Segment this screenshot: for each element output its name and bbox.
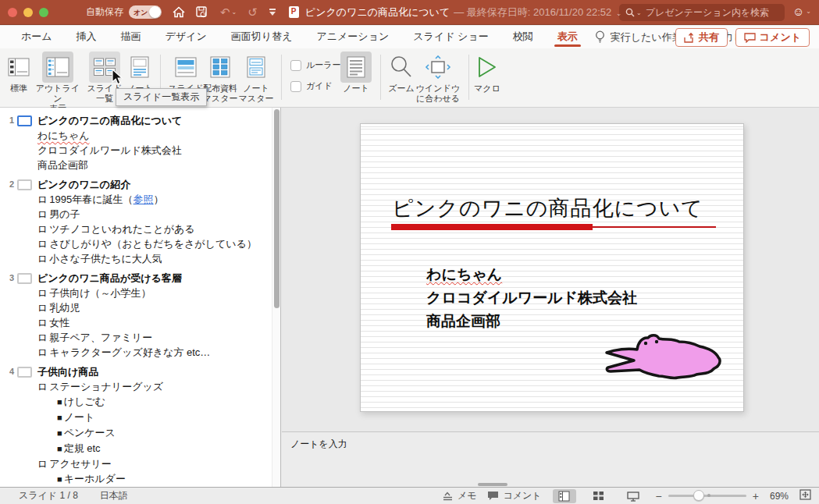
outline-item[interactable]: ロアクセサリー (5, 456, 269, 471)
outline-item[interactable]: ロステーショナリーグッズ (5, 379, 269, 394)
outline-item[interactable]: ロ乳幼児 (5, 300, 269, 315)
outline-slide-title-row[interactable]: 3ピンクのワニ商品が受ける客層 (5, 271, 269, 286)
autosave-toggle[interactable]: オン (129, 5, 162, 19)
close-window-button[interactable] (8, 8, 17, 17)
outline-item[interactable]: ■けしごむ (5, 394, 269, 410)
outline-item[interactable]: ロ女性 (5, 315, 269, 330)
outline-slide-title-row[interactable]: 4子供向け商品 (5, 364, 269, 379)
minimize-window-button[interactable] (23, 8, 33, 17)
memo-toggle[interactable]: メモ (442, 489, 477, 502)
fit-slide-button[interactable] (799, 489, 811, 502)
tab-8[interactable]: 表示 (554, 26, 581, 48)
zoom-in-button[interactable]: + (753, 490, 759, 502)
notes-scrollbar-thumb[interactable] (478, 483, 507, 486)
notes-master-button[interactable]: ノート マスター (236, 51, 276, 104)
tab-4[interactable]: 画面切り替え (228, 26, 296, 48)
macros-label: マクロ (470, 83, 504, 94)
outline-item[interactable]: ロ子供向け（～小学生） (5, 286, 269, 300)
outline-item[interactable]: ロ1995年春に誕生（参照） (5, 192, 269, 207)
tab-1[interactable]: 挿入 (73, 26, 100, 48)
guides-checkbox[interactable] (290, 81, 301, 92)
square-bullet-icon: ロ (37, 346, 48, 358)
zoom-window-button[interactable] (39, 8, 48, 17)
outline-scrollbar[interactable] (272, 108, 280, 487)
outline-slide-thumb-icon[interactable] (17, 367, 32, 378)
outline-view-button[interactable]: アウトライン 表示 (34, 51, 81, 114)
outline-item[interactable]: わにちゃん (5, 128, 269, 143)
notes-pane[interactable]: ノートを入力 (282, 431, 819, 487)
outline-slide-title[interactable]: ピンクのワニ商品が受ける客層 (37, 271, 182, 286)
zoom-slider[interactable]: − + (656, 490, 759, 502)
outline-slide-thumb-icon[interactable] (17, 179, 32, 190)
outline-item[interactable]: ロさびしがりや（おともだちをさがしている） (5, 236, 269, 251)
outline-item[interactable]: 商品企画部 (5, 158, 269, 172)
outline-hyperlink[interactable]: 参照 (134, 193, 154, 205)
feedback-smiley-icon[interactable]: ☺⌄ (792, 5, 811, 17)
outline-pane[interactable]: 1ピンクのワニの商品化についてわにちゃんクロコダイルワールド株式会社商品企画部2… (0, 108, 281, 487)
outline-item[interactable]: ロ親子ペア、ファミリー (5, 330, 269, 345)
status-slide-sorter-button[interactable] (587, 489, 611, 503)
outline-slide-title[interactable]: ピンクのワニの紹介 (37, 177, 130, 192)
notes-pane-button[interactable]: ノート (337, 51, 375, 94)
macros-button[interactable]: マクロ (470, 51, 504, 94)
outline-item[interactable]: ロ男の子 (5, 207, 269, 222)
square-bullet-icon: ロ (37, 287, 48, 299)
share-button[interactable]: 共有 (675, 28, 728, 47)
ruler-label: ルーラー (306, 59, 341, 71)
outline-item[interactable]: ロ小さな子供たちに大人気 (5, 251, 269, 266)
tab-6[interactable]: スライド ショー (410, 26, 491, 48)
outline-slide-thumb-icon[interactable] (17, 115, 32, 126)
slide-canvas[interactable]: ピンクのワニの商品化について わにちゃん クロコダイルワールド株式会社 商品企画… (282, 108, 819, 487)
outline-item[interactable]: ロツチノコといわれたことがある (5, 222, 269, 236)
tab-2[interactable]: 描画 (118, 26, 144, 48)
outline-item[interactable]: ■ノート (5, 410, 269, 425)
zoom-percent[interactable]: 69% (770, 491, 789, 502)
zoom-slider-track[interactable] (668, 495, 746, 497)
quick-access-menu-icon[interactable] (269, 9, 276, 16)
ruler-checkbox[interactable] (290, 60, 301, 71)
undo-chevron-icon[interactable]: ⌄ (232, 9, 237, 16)
tab-0[interactable]: ホーム (18, 26, 55, 48)
outline-item[interactable]: クロコダイルワールド株式会社 (5, 143, 269, 158)
status-normal-view-button[interactable] (553, 489, 576, 503)
slide[interactable]: ピンクのワニの商品化について わにちゃん クロコダイルワールド株式会社 商品企画… (360, 123, 744, 412)
outline-item[interactable]: ■ペンケース (5, 425, 269, 441)
fit-window-button[interactable]: ウインドウ に合わせる (414, 51, 462, 104)
outline-item[interactable]: ■定規 etc (5, 441, 269, 456)
slide-body-text[interactable]: わにちゃん クロコダイルワールド株式会社 商品企画部 (426, 263, 637, 333)
tab-3[interactable]: デザイン (162, 26, 210, 48)
outline-scrollbar-thumb[interactable] (274, 109, 280, 308)
guides-checkbox-row[interactable]: ガイド (290, 80, 333, 92)
outline-slide-title[interactable]: ピンクのワニの商品化について (37, 113, 182, 128)
save-icon[interactable] (196, 6, 209, 19)
outline-item[interactable]: ■キーホルダー (5, 471, 269, 487)
pink-crocodile-drawing[interactable] (604, 333, 723, 383)
outline-slide-thumb-icon[interactable] (17, 273, 32, 284)
home-icon[interactable] (173, 6, 185, 18)
tab-7[interactable]: 校閲 (510, 26, 536, 48)
outline-item[interactable]: ロキャラクターグッズ好きな方 etc… (5, 345, 269, 360)
comments-button[interactable]: コメント (735, 28, 810, 47)
zoom-out-button[interactable]: − (656, 490, 662, 502)
outline-slide-number: 4 (5, 364, 14, 379)
comments-toggle[interactable]: コメント (487, 489, 541, 502)
outline-slide-title[interactable]: 子供向け商品 (37, 364, 98, 379)
search-input[interactable]: ⌄ プレゼンテーション内を検索 (619, 4, 785, 21)
outline-slide-title-row[interactable]: 1ピンクのワニの商品化について (5, 113, 269, 128)
language-indicator[interactable]: 日本語 (100, 489, 128, 502)
status-comment-icon (487, 491, 499, 501)
undo-icon[interactable]: ↶⌄ (220, 5, 237, 20)
ruler-checkbox-row[interactable]: ルーラー (290, 59, 341, 71)
tab-5[interactable]: アニメーション (313, 26, 392, 48)
notes-page-button[interactable]: ノート (123, 51, 156, 94)
search-chevron-icon[interactable]: ⌄ (636, 9, 642, 16)
slide-title[interactable]: ピンクのワニの商品化について (392, 194, 703, 222)
outline-slide-title-row[interactable]: 2ピンクのワニの紹介 (5, 177, 269, 192)
status-slideshow-button[interactable] (621, 489, 645, 503)
normal-view-button[interactable]: 標準 (3, 51, 34, 94)
zoom-slider-knob[interactable] (693, 490, 704, 501)
outline-slide-number: 3 (5, 271, 14, 286)
redo-icon[interactable]: ↺ (247, 5, 258, 20)
notes-placeholder[interactable]: ノートを入力 (290, 438, 347, 451)
comment-icon (744, 33, 756, 43)
